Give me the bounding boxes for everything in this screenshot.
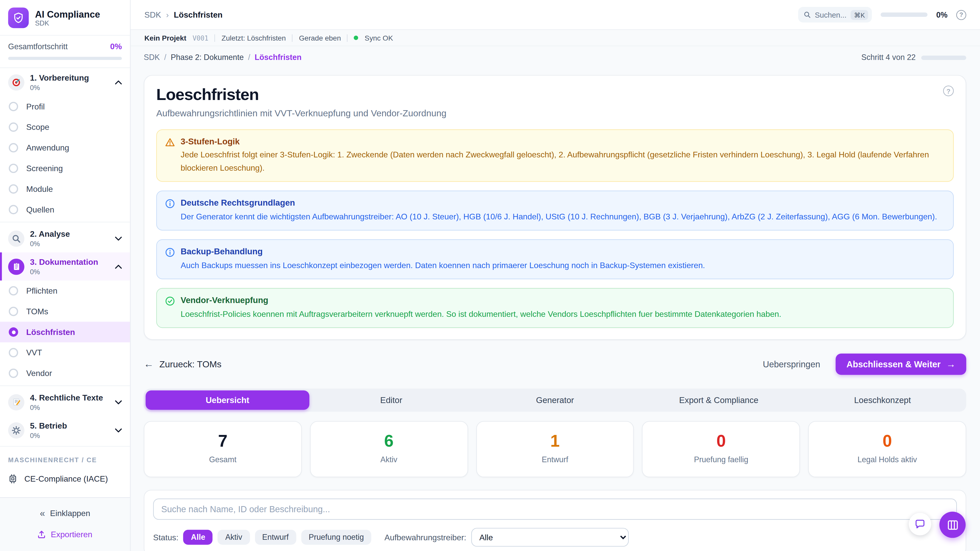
stat-value: 0 <box>811 432 963 451</box>
help-icon[interactable]: ? <box>956 10 966 20</box>
complete-next-button[interactable]: Abschliessen & Weiter → <box>836 354 966 375</box>
app-title: AI Compliance <box>35 9 100 19</box>
breadcrumb-root[interactable]: SDK <box>145 10 161 19</box>
tab-loeschkonzept[interactable]: Loeschkonzept <box>800 390 964 410</box>
item-label: VVT <box>26 348 42 357</box>
filter-card: Status: Alle Aktiv Entwurf Pruefung noet… <box>144 490 966 551</box>
step-progress-bar <box>921 56 966 60</box>
notice-info-legal: Deutsche Rechtsgrundlagen Der Generator … <box>156 190 954 230</box>
driver-filter-label: Aufbewahrungstreiber: <box>385 533 466 542</box>
radio-circle-icon <box>9 306 18 316</box>
sidebar-footer: « Einklappen Exportieren <box>0 497 130 551</box>
status-pill-alle[interactable]: Alle <box>183 530 213 545</box>
notice-warning: 3-Stufen-Logik Jede Loeschfrist folgt ei… <box>156 129 954 182</box>
notice-title: Backup-Behandlung <box>181 247 705 257</box>
status-pill-aktiv[interactable]: Aktiv <box>218 530 250 545</box>
driver-select[interactable]: Alle <box>471 528 628 547</box>
divider <box>0 386 130 386</box>
overall-progress-label: Gesamtfortschritt <box>8 42 68 51</box>
warning-icon <box>165 137 175 174</box>
stat-label: Legal Holds aktiv <box>811 456 963 464</box>
section-label: 3. Dokumentation <box>30 257 110 267</box>
sidebar-item-screening[interactable]: Screening <box>0 158 130 179</box>
sidebar-item-quellen[interactable]: Quellen <box>0 199 130 220</box>
sidebar-item-scope[interactable]: Scope <box>0 117 130 138</box>
shortcut-badge: ⌘K <box>851 10 868 20</box>
tab-export-compliance[interactable]: Export & Compliance <box>637 390 801 410</box>
item-label: Vendor <box>26 368 52 378</box>
chevron-down-icon <box>115 427 122 433</box>
section-percent: 0% <box>30 84 110 91</box>
section-label: 4. Rechtliche Texte <box>30 393 110 403</box>
stat-card-legal-holds: 0 Legal Holds aktiv <box>808 421 966 478</box>
search-placeholder: Suchen... <box>815 10 846 19</box>
chevron-up-icon <box>115 264 122 269</box>
sidebar-item-loeschfristen[interactable]: Löschfristen <box>0 322 130 342</box>
notice-list: 3-Stufen-Logik Jede Loeschfrist folgt ei… <box>156 129 954 328</box>
sidebar-section-analyse[interactable]: 2. Analyse 0% <box>0 224 130 252</box>
crumb-phase[interactable]: Phase 2: Dokumente <box>171 53 244 62</box>
tab-uebersicht[interactable]: Uebersicht <box>146 390 310 410</box>
sidebar-section-dokumentation[interactable]: 3. Dokumentation 0% <box>0 252 130 280</box>
card-help-icon[interactable]: ? <box>943 86 954 97</box>
shield-logo-icon <box>8 7 29 28</box>
global-search-button[interactable]: Suchen... ⌘K <box>798 7 872 22</box>
project-name: Kein Projekt <box>145 34 186 41</box>
statusbar: Kein Projekt V001 Zuletzt: Löschfristen … <box>130 30 980 46</box>
header-progress-value: 0% <box>936 10 947 19</box>
check-circle-icon <box>165 296 175 321</box>
notice-body: Loeschfrist-Policies koennen mit Auftrag… <box>181 308 781 321</box>
arrow-right-icon: → <box>946 359 956 369</box>
topbar: SDK › Löschfristen Suchen... ⌘K 0% ? <box>130 0 980 30</box>
filter-row: Status: Alle Aktiv Entwurf Pruefung noet… <box>153 528 957 547</box>
collapse-sidebar-button[interactable]: « Einklappen <box>0 503 130 522</box>
sidebar-item-ce-compliance[interactable]: CE-Compliance (IACE) <box>0 468 130 489</box>
item-label: Pflichten <box>26 286 57 295</box>
crumb-sdk[interactable]: SDK <box>144 53 160 62</box>
sidebar-item-vvt[interactable]: VVT <box>0 342 130 363</box>
arrow-left-icon: ← <box>144 359 154 370</box>
sidebar-item-anwendung[interactable]: Anwendung <box>0 138 130 158</box>
collapse-icon: « <box>40 508 45 518</box>
stat-label: Pruefung faellig <box>645 456 797 464</box>
chip-icon <box>8 474 18 483</box>
stat-label: Gesamt <box>147 456 299 464</box>
divider <box>292 34 293 41</box>
tab-generator[interactable]: Generator <box>473 390 637 410</box>
status-pill-entwurf[interactable]: Entwurf <box>255 530 296 545</box>
overall-progress-bar <box>8 57 122 60</box>
tab-editor[interactable]: Editor <box>309 390 473 410</box>
sidebar: AI Compliance SDK Gesamtfortschritt 0% 1… <box>0 0 130 551</box>
radio-circle-icon <box>9 184 18 194</box>
sidebar-section-rechtliche-texte[interactable]: 4. Rechtliche Texte 0% <box>0 388 130 416</box>
back-button[interactable]: ← Zurueck: TOMs <box>144 359 221 370</box>
board-fab-button[interactable] <box>939 512 966 538</box>
skip-button[interactable]: Ueberspringen <box>763 359 820 369</box>
sidebar-item-vendor[interactable]: Vendor <box>0 363 130 384</box>
export-label: Exportieren <box>51 530 92 539</box>
sidebar-item-pflichten[interactable]: Pflichten <box>0 281 130 301</box>
chat-fab-button[interactable] <box>909 513 931 535</box>
sidebar-item-toms[interactable]: TOMs <box>0 301 130 322</box>
policy-search-input[interactable] <box>153 499 957 520</box>
target-icon <box>8 74 24 90</box>
stat-cards: 7 Gesamt 6 Aktiv 1 Entwurf 0 Pruefung fa… <box>144 421 966 478</box>
status-pill-pruefung-noetig[interactable]: Pruefung noetig <box>301 530 371 545</box>
clipboard-icon <box>8 259 24 275</box>
header-progress-bar <box>880 13 928 17</box>
notice-body: Der Generator kennt die wichtigsten Aufb… <box>181 210 937 223</box>
sidebar-item-module[interactable]: Module <box>0 179 130 199</box>
breadcrumb: SDK › Löschfristen <box>145 10 223 19</box>
sync-status-icon <box>354 36 358 40</box>
notice-info-backup: Backup-Behandlung Auch Backups muessen i… <box>156 239 954 279</box>
divider <box>347 34 348 41</box>
sync-status-text: Sync OK <box>365 34 393 41</box>
sidebar-section-vorbereitung[interactable]: 1. Vorbereitung 0% <box>0 68 130 96</box>
sidebar-item-profil[interactable]: Profil <box>0 96 130 117</box>
sidebar-section-betrieb[interactable]: 5. Betrieb 0% <box>0 416 130 444</box>
overall-progress-value: 0% <box>110 42 122 51</box>
export-button[interactable]: Exportieren <box>0 525 130 543</box>
collapse-label: Einklappen <box>50 508 90 518</box>
app-window: AI Compliance SDK Gesamtfortschritt 0% 1… <box>0 0 980 551</box>
item-label: Profil <box>26 102 45 111</box>
